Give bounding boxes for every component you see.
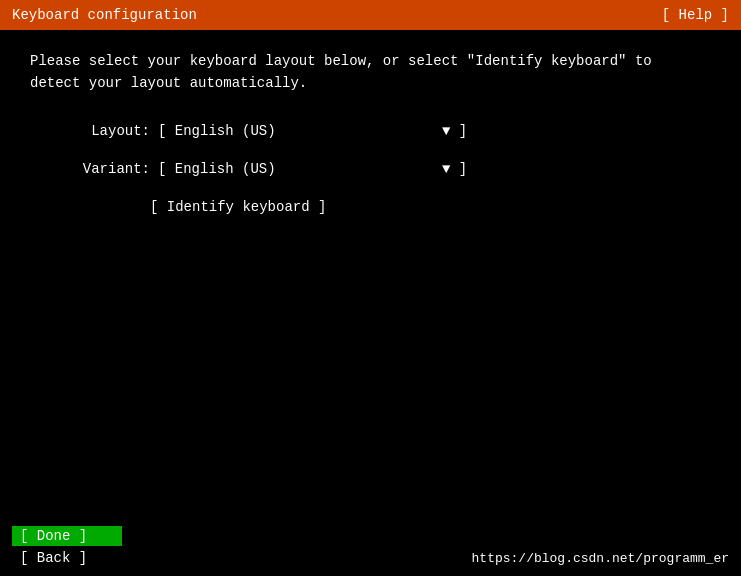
variant-dropdown[interactable]: [ English (US) ▼ ] xyxy=(158,161,471,177)
variant-label: Variant: xyxy=(30,161,150,177)
layout-dropdown[interactable]: [ English (US) ▼ ] xyxy=(158,123,471,139)
layout-arrow: ▼ ] xyxy=(442,123,467,139)
bottom-area: [ Done ] [ Back ] https://blog.csdn.net/… xyxy=(0,518,741,576)
page-title: Keyboard configuration xyxy=(12,7,197,23)
layout-row: Layout: [ English (US) ▼ ] xyxy=(30,123,711,139)
url-text: https://blog.csdn.net/programm_er xyxy=(472,551,729,568)
description-line1: Please select your keyboard layout below… xyxy=(30,50,711,72)
description: Please select your keyboard layout below… xyxy=(30,50,711,95)
description-line2: detect your layout automatically. xyxy=(30,72,711,94)
layout-value: [ English (US) xyxy=(158,123,438,139)
header-bar: Keyboard configuration [ Help ] xyxy=(0,0,741,30)
help-button[interactable]: [ Help ] xyxy=(662,7,729,23)
variant-arrow: ▼ ] xyxy=(442,161,467,177)
variant-row: Variant: [ English (US) ▼ ] xyxy=(30,161,711,177)
done-button[interactable]: [ Done ] xyxy=(12,526,122,546)
back-button[interactable]: [ Back ] xyxy=(12,548,122,568)
bottom-buttons: [ Done ] [ Back ] xyxy=(12,526,122,568)
identify-keyboard-button[interactable]: [ Identify keyboard ] xyxy=(150,199,711,215)
main-content: Please select your keyboard layout below… xyxy=(0,30,741,235)
variant-value: [ English (US) xyxy=(158,161,438,177)
layout-label: Layout: xyxy=(30,123,150,139)
